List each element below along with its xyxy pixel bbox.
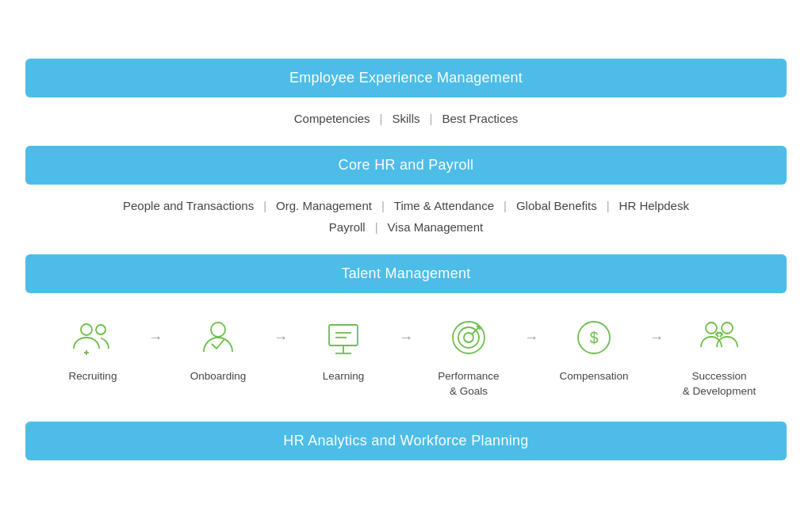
svg-point-16 — [706, 322, 717, 334]
onboarding-label: Onboarding — [190, 369, 247, 384]
core-hr-header: Core HR and Payroll — [25, 146, 787, 185]
svg-point-4 — [211, 322, 225, 337]
talent-icons-row: Recruiting → Onboarding → — [25, 293, 787, 415]
people-transactions-item: People and Transactions — [113, 199, 263, 212]
diagram-container: Employee Experience Management Competenc… — [25, 59, 787, 460]
payroll-item: Payroll — [320, 220, 375, 234]
onboarding-item: Onboarding — [163, 312, 274, 384]
svg-text:$: $ — [589, 329, 598, 346]
analytics-header: HR Analytics and Workforce Planning — [25, 422, 787, 460]
recruiting-item: Recruiting — [37, 312, 148, 384]
arrow4: → — [524, 312, 538, 346]
best-practices-item: Best Practices — [432, 112, 527, 125]
succession-item: Succession& Development — [664, 312, 775, 399]
compensation-item: $ Compensation — [538, 312, 649, 384]
succession-icon — [694, 312, 745, 363]
emp-exp-content: Competencies | Skills | Best Practices — [25, 97, 787, 139]
core-hr-content: People and Transactions | Org. Managemen… — [25, 185, 787, 248]
succession-label: Succession& Development — [683, 369, 756, 399]
org-management-item: Org. Management — [266, 199, 381, 212]
skills-item: Skills — [383, 112, 430, 125]
learning-item: Learning — [288, 312, 399, 384]
competencies-item: Competencies — [285, 112, 380, 125]
svg-point-17 — [722, 322, 733, 334]
compensation-icon: $ — [569, 312, 619, 363]
compensation-label: Compensation — [559, 369, 628, 384]
emp-exp-header: Employee Experience Management — [25, 59, 787, 97]
recruiting-icon — [67, 312, 118, 363]
time-attendance-item: Time & Attendance — [385, 199, 504, 212]
svg-point-0 — [81, 324, 92, 335]
hr-helpdesk-item: HR Helpdesk — [610, 199, 699, 212]
performance-item: Performance& Goals — [413, 312, 524, 399]
learning-label: Learning — [323, 369, 365, 384]
performance-icon — [443, 312, 494, 363]
arrow2: → — [274, 312, 288, 346]
visa-management-item: Visa Management — [378, 220, 493, 234]
learning-icon — [318, 312, 369, 363]
performance-label: Performance& Goals — [438, 369, 499, 399]
svg-point-1 — [96, 325, 105, 334]
talent-content: Recruiting → Onboarding → — [25, 293, 787, 415]
recruiting-label: Recruiting — [69, 369, 117, 384]
core-hr-items-row1: People and Transactions | Org. Managemen… — [41, 199, 771, 212]
talent-header: Talent Management — [25, 254, 787, 293]
arrow5: → — [649, 312, 664, 346]
svg-rect-5 — [329, 325, 358, 345]
core-hr-items-row2: Payroll | Visa Management — [41, 220, 771, 234]
global-benefits-item: Global Benefits — [507, 199, 607, 212]
arrow1: → — [148, 312, 163, 346]
onboarding-icon — [193, 312, 243, 363]
emp-exp-items-row: Competencies | Skills | Best Practices — [41, 112, 771, 125]
arrow3: → — [399, 312, 413, 346]
